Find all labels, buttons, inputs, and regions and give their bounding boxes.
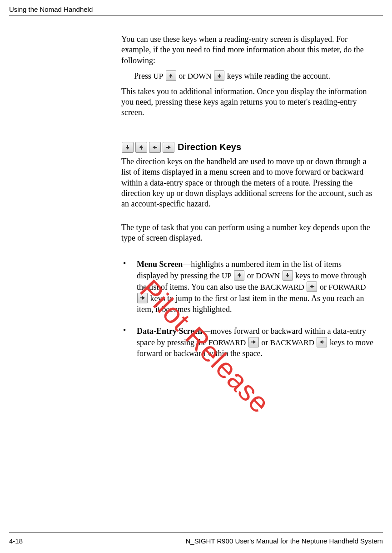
up-arrow-icon: [135, 142, 147, 153]
backward-label: BACKWARD: [270, 338, 314, 347]
text: or: [259, 338, 270, 347]
down-label: DOWN: [188, 72, 212, 80]
main-content: You can use these keys when a reading-en…: [121, 34, 374, 359]
text: or: [245, 271, 256, 280]
text: keys while reading the account.: [227, 71, 330, 80]
bullet-data-entry-screen: • Data-Entry Screen—moves forward or bac…: [121, 326, 374, 359]
backward-label: BACKWARD: [260, 283, 304, 292]
page-number: 4-18: [9, 537, 23, 545]
section-heading-row: Direction Keys: [121, 142, 374, 153]
right-arrow-icon: [248, 337, 259, 347]
up-arrow-icon: [234, 270, 244, 281]
up-label: UP: [222, 271, 232, 280]
text: or: [318, 282, 328, 292]
bullet-title: Menu Screen: [137, 260, 183, 269]
right-arrow-icon: [137, 293, 148, 303]
up-arrow-icon: [166, 70, 176, 81]
text: or: [179, 71, 188, 80]
text: Press: [134, 71, 154, 80]
footer-rule: [9, 533, 383, 533]
footer-title: N_SIGHT R900 User's Manual for the Neptu…: [186, 537, 383, 545]
direction-keys-icon-group: [121, 142, 175, 153]
left-arrow-icon: [149, 142, 161, 153]
section-paragraph-2: The type of task that you can perform us…: [121, 222, 374, 244]
down-arrow-icon: [122, 142, 134, 153]
bullet-menu-screen: • Menu Screen—highlights a numbered item…: [121, 259, 374, 315]
text: keys to jump to the first or last item i…: [137, 294, 364, 314]
up-label: UP: [154, 72, 164, 80]
left-arrow-icon: [307, 282, 317, 292]
bullet-marker: •: [121, 259, 137, 315]
right-arrow-icon: [163, 142, 174, 153]
left-arrow-icon: [317, 337, 327, 347]
down-arrow-icon: [283, 270, 293, 281]
intro-paragraph-1: You can use these keys when a reading-en…: [121, 34, 374, 66]
forward-label: FORWARD: [328, 283, 366, 292]
bullet-title: Data-Entry Screen: [137, 327, 202, 336]
intro-paragraph-2: This takes you to additional information…: [121, 86, 374, 118]
forward-label: FORWARD: [208, 338, 246, 347]
down-label: DOWN: [256, 271, 280, 280]
page-footer: 4-18 N_SIGHT R900 User's Manual for the …: [9, 537, 383, 545]
bullet-body: Menu Screen—highlights a numbered item i…: [137, 259, 374, 315]
section-paragraph-1: The direction keys on the handheld are u…: [121, 156, 374, 210]
header-left: Using the Nomad Handheld: [9, 5, 93, 13]
header-rule: [9, 15, 383, 15]
section-heading: Direction Keys: [178, 142, 241, 152]
down-arrow-icon: [214, 70, 224, 81]
bullet-marker: •: [121, 326, 137, 359]
press-instruction: Press UP or DOWN keys while reading the …: [134, 70, 374, 81]
bullet-body: Data-Entry Screen—moves forward or backw…: [137, 326, 374, 359]
page-header: Using the Nomad Handheld: [9, 5, 383, 13]
